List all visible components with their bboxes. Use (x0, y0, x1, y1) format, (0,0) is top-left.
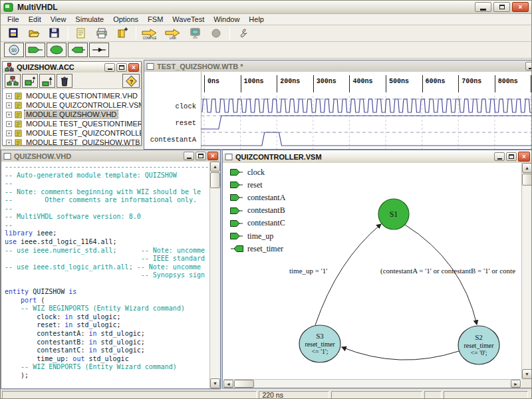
horizontal-scrollbar[interactable]: ◄ ► (223, 379, 521, 388)
scroll-right-icon[interactable]: ► (511, 380, 521, 388)
module-icon (15, 139, 22, 146)
promote-module-button[interactable] (39, 74, 55, 88)
delete-module-button[interactable] (57, 74, 72, 88)
save-file-button[interactable] (45, 26, 64, 41)
print-button[interactable] (92, 26, 111, 41)
compile-button[interactable]: COMPILE (140, 26, 161, 41)
menu-item-simulate[interactable]: Simulate (70, 15, 108, 24)
record-button[interactable] (207, 26, 225, 41)
expand-icon[interactable]: + (6, 130, 12, 136)
close-button[interactable]: × (207, 152, 218, 160)
scroll-up-icon[interactable]: ▲ (522, 163, 532, 173)
expand-icon[interactable]: + (6, 140, 12, 146)
code-window-titlebar[interactable]: QUIZSHOW.VHD × (1, 150, 220, 162)
delete-module-icon (59, 76, 70, 86)
project-window[interactable]: QUIZSHOW.ACC × ? +MODULE QUESTIONTIMER.V… (2, 61, 142, 146)
close-button[interactable]: × (128, 63, 139, 72)
transition-S3-S1[interactable] (315, 224, 381, 325)
new-file-button[interactable] (4, 26, 23, 41)
menu-item-options[interactable]: Options (108, 15, 143, 24)
document-icon (225, 153, 233, 161)
vertical-scrollbar[interactable]: ▲ ▼ (521, 163, 532, 379)
scroll-left-icon[interactable]: ◄ (223, 380, 233, 388)
menu-item-edit[interactable]: Edit (24, 15, 46, 24)
waveform-plot (201, 96, 532, 149)
state-text: <= '0'; (470, 349, 487, 356)
project-window-titlebar[interactable]: QUIZSHOW.ACC × (3, 62, 141, 72)
code-line: -- use ieee.numeric_std.all; -- Note: un… (5, 247, 205, 255)
hierarchy-button[interactable] (5, 74, 21, 88)
close-button[interactable]: × (512, 2, 529, 12)
state-text: S1 (390, 209, 398, 219)
maximize-button[interactable] (506, 152, 517, 161)
vertical-scrollbar[interactable]: ▲ ▼ (209, 162, 220, 388)
output-port-tool-button[interactable] (68, 43, 88, 57)
menu-item-help[interactable]: Help (244, 15, 269, 24)
ellipse-state-tool-button[interactable] (47, 43, 66, 57)
tree-row[interactable]: +MODULE TEST_QUIZSHOW.WTB (3, 138, 141, 145)
tree-row[interactable]: +MODULE QUESTIONTIMER.VHD (3, 91, 141, 100)
library-add-button[interactable] (113, 26, 132, 41)
menu-item-window[interactable]: Window (209, 15, 244, 24)
waveform-reset (201, 116, 532, 129)
minimize-button[interactable] (525, 62, 532, 70)
code-window[interactable]: QUIZSHOW.VHD × -------------------------… (1, 150, 221, 389)
state-text: reset_timer (464, 342, 495, 349)
svg-text:S0: S0 (11, 48, 17, 53)
maximize-button[interactable] (116, 63, 127, 72)
tree-row[interactable]: +MODULE TEST_QUIZCONTROLLER.WTB (3, 128, 141, 138)
project-window-title: QUIZSHOW.ACC (17, 63, 103, 71)
minimize-button[interactable] (184, 152, 194, 160)
tree-row[interactable]: +MODULE QUIZCONTROLLER.VSM (3, 100, 141, 110)
minimize-button[interactable] (104, 63, 115, 72)
simulator-button[interactable] (186, 26, 205, 41)
transition-S2-S3[interactable] (342, 347, 459, 360)
add-module-button[interactable] (22, 74, 38, 88)
status-panel (2, 391, 257, 399)
waveform-client: 0ns100ns200ns300ns400ns500ns600ns700ns80… (144, 72, 532, 149)
menu-item-wavetest[interactable]: WaveTest (168, 15, 209, 24)
help-button[interactable]: ? (122, 74, 140, 88)
expand-icon[interactable]: + (6, 112, 12, 118)
waveform-window[interactable]: TEST_QUIZSHOW.WTB * 0ns100ns200ns300ns40… (144, 60, 532, 150)
tree-row[interactable]: +MODULE TEST_QUESTIONTIMER.WTB (3, 119, 141, 128)
code-line: entity QUIZSHOW is (5, 288, 76, 296)
code-line: time_up: out std_ulogic (5, 355, 129, 363)
expand-icon[interactable]: + (6, 121, 12, 127)
open-file-button[interactable] (25, 26, 43, 41)
menu-item-fsm[interactable]: FSM (143, 15, 168, 24)
svg-text:LINK: LINK (170, 37, 177, 40)
link-button[interactable]: LINK (163, 26, 184, 41)
scroll-up-icon[interactable]: ▲ (210, 162, 220, 172)
restore-button[interactable] (493, 2, 510, 12)
scroll-down-icon[interactable]: ▼ (210, 378, 220, 388)
minimize-button[interactable] (494, 152, 505, 161)
state-tool-button[interactable]: S0 (4, 43, 24, 57)
app-titlebar[interactable]: MultiVHDL × (1, 1, 531, 14)
input-port-tool-button[interactable] (25, 43, 45, 57)
tree-row[interactable]: +MODULE QUIZSHOW.VHD (3, 110, 141, 119)
fsm-window[interactable]: QUIZCONTROLLER.VSM × clockresetcontestan… (222, 150, 532, 388)
svg-text:COMPILE: COMPILE (143, 37, 157, 40)
scroll-down-icon[interactable]: ▼ (522, 369, 532, 379)
close-button[interactable]: × (518, 152, 530, 162)
expand-icon[interactable]: + (6, 93, 12, 99)
status-panel (444, 391, 528, 399)
minimize-button[interactable] (475, 2, 491, 12)
module-tree[interactable]: +MODULE QUESTIONTIMER.VHD+MODULE QUIZCON… (3, 89, 141, 145)
edit-notes-button[interactable] (72, 26, 90, 41)
fsm-canvas[interactable]: clockresetcontestantAcontestantBcontesta… (223, 163, 521, 379)
code-editor[interactable]: ----------------------------------------… (5, 163, 209, 388)
fsm-window-titlebar[interactable]: QUIZCONTROLLER.VSM × (223, 150, 532, 163)
code-line: reset: in std_ulogic; (5, 321, 121, 329)
options-wrench-button[interactable] (233, 26, 252, 41)
transition-tool-button[interactable] (89, 43, 109, 57)
ruler-label: 500ns (389, 78, 409, 85)
menu-item-view[interactable]: View (46, 15, 71, 24)
expand-icon[interactable]: + (6, 102, 12, 108)
maximize-button[interactable] (196, 152, 206, 160)
menu-item-file[interactable]: File (3, 15, 24, 24)
waveform-window-titlebar[interactable]: TEST_QUIZSHOW.WTB * (144, 61, 532, 72)
open-file-icon (28, 27, 40, 39)
transition-S1-S2[interactable] (405, 225, 477, 325)
